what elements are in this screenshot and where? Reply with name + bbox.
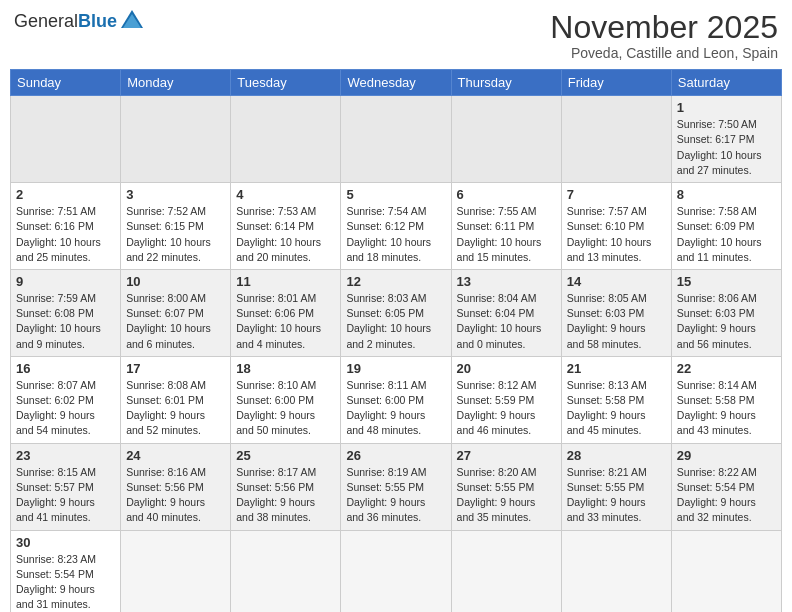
calendar-cell: 27Sunrise: 8:20 AM Sunset: 5:55 PM Dayli… bbox=[451, 443, 561, 530]
calendar-cell: 8Sunrise: 7:58 AM Sunset: 6:09 PM Daylig… bbox=[671, 183, 781, 270]
day-number: 4 bbox=[236, 187, 335, 202]
day-info: Sunrise: 8:17 AM Sunset: 5:56 PM Dayligh… bbox=[236, 465, 335, 526]
day-info: Sunrise: 8:05 AM Sunset: 6:03 PM Dayligh… bbox=[567, 291, 666, 352]
calendar: SundayMondayTuesdayWednesdayThursdayFrid… bbox=[10, 69, 782, 612]
calendar-cell bbox=[341, 96, 451, 183]
day-number: 22 bbox=[677, 361, 776, 376]
weekday-header-monday: Monday bbox=[121, 70, 231, 96]
calendar-week-row: 16Sunrise: 8:07 AM Sunset: 6:02 PM Dayli… bbox=[11, 356, 782, 443]
calendar-cell: 28Sunrise: 8:21 AM Sunset: 5:55 PM Dayli… bbox=[561, 443, 671, 530]
calendar-cell bbox=[451, 96, 561, 183]
calendar-cell bbox=[341, 530, 451, 612]
day-number: 27 bbox=[457, 448, 556, 463]
weekday-header-friday: Friday bbox=[561, 70, 671, 96]
calendar-cell: 22Sunrise: 8:14 AM Sunset: 5:58 PM Dayli… bbox=[671, 356, 781, 443]
day-number: 3 bbox=[126, 187, 225, 202]
calendar-cell: 7Sunrise: 7:57 AM Sunset: 6:10 PM Daylig… bbox=[561, 183, 671, 270]
weekday-header-tuesday: Tuesday bbox=[231, 70, 341, 96]
logo-blue: Blue bbox=[78, 11, 117, 32]
calendar-cell: 29Sunrise: 8:22 AM Sunset: 5:54 PM Dayli… bbox=[671, 443, 781, 530]
day-number: 5 bbox=[346, 187, 445, 202]
day-number: 29 bbox=[677, 448, 776, 463]
day-number: 13 bbox=[457, 274, 556, 289]
day-info: Sunrise: 7:54 AM Sunset: 6:12 PM Dayligh… bbox=[346, 204, 445, 265]
logo-icon bbox=[121, 10, 143, 33]
day-number: 11 bbox=[236, 274, 335, 289]
day-info: Sunrise: 8:22 AM Sunset: 5:54 PM Dayligh… bbox=[677, 465, 776, 526]
day-info: Sunrise: 8:20 AM Sunset: 5:55 PM Dayligh… bbox=[457, 465, 556, 526]
calendar-cell bbox=[451, 530, 561, 612]
calendar-cell: 17Sunrise: 8:08 AM Sunset: 6:01 PM Dayli… bbox=[121, 356, 231, 443]
calendar-cell bbox=[671, 530, 781, 612]
day-info: Sunrise: 8:12 AM Sunset: 5:59 PM Dayligh… bbox=[457, 378, 556, 439]
day-info: Sunrise: 7:51 AM Sunset: 6:16 PM Dayligh… bbox=[16, 204, 115, 265]
day-info: Sunrise: 8:13 AM Sunset: 5:58 PM Dayligh… bbox=[567, 378, 666, 439]
day-number: 15 bbox=[677, 274, 776, 289]
calendar-cell: 9Sunrise: 7:59 AM Sunset: 6:08 PM Daylig… bbox=[11, 269, 121, 356]
calendar-cell: 11Sunrise: 8:01 AM Sunset: 6:06 PM Dayli… bbox=[231, 269, 341, 356]
calendar-cell: 19Sunrise: 8:11 AM Sunset: 6:00 PM Dayli… bbox=[341, 356, 451, 443]
day-info: Sunrise: 8:08 AM Sunset: 6:01 PM Dayligh… bbox=[126, 378, 225, 439]
day-info: Sunrise: 8:16 AM Sunset: 5:56 PM Dayligh… bbox=[126, 465, 225, 526]
weekday-header-sunday: Sunday bbox=[11, 70, 121, 96]
day-info: Sunrise: 7:57 AM Sunset: 6:10 PM Dayligh… bbox=[567, 204, 666, 265]
day-number: 23 bbox=[16, 448, 115, 463]
subtitle: Poveda, Castille and Leon, Spain bbox=[550, 45, 778, 61]
day-number: 24 bbox=[126, 448, 225, 463]
month-title: November 2025 bbox=[550, 10, 778, 45]
calendar-week-row: 30Sunrise: 8:23 AM Sunset: 5:54 PM Dayli… bbox=[11, 530, 782, 612]
weekday-header-row: SundayMondayTuesdayWednesdayThursdayFrid… bbox=[11, 70, 782, 96]
calendar-cell bbox=[121, 96, 231, 183]
day-number: 8 bbox=[677, 187, 776, 202]
day-info: Sunrise: 7:53 AM Sunset: 6:14 PM Dayligh… bbox=[236, 204, 335, 265]
calendar-week-row: 23Sunrise: 8:15 AM Sunset: 5:57 PM Dayli… bbox=[11, 443, 782, 530]
logo-area: General Blue bbox=[14, 10, 143, 33]
day-number: 20 bbox=[457, 361, 556, 376]
day-number: 19 bbox=[346, 361, 445, 376]
day-number: 9 bbox=[16, 274, 115, 289]
calendar-cell: 13Sunrise: 8:04 AM Sunset: 6:04 PM Dayli… bbox=[451, 269, 561, 356]
day-info: Sunrise: 8:03 AM Sunset: 6:05 PM Dayligh… bbox=[346, 291, 445, 352]
calendar-cell: 12Sunrise: 8:03 AM Sunset: 6:05 PM Dayli… bbox=[341, 269, 451, 356]
day-number: 7 bbox=[567, 187, 666, 202]
day-info: Sunrise: 8:01 AM Sunset: 6:06 PM Dayligh… bbox=[236, 291, 335, 352]
day-info: Sunrise: 8:04 AM Sunset: 6:04 PM Dayligh… bbox=[457, 291, 556, 352]
day-number: 12 bbox=[346, 274, 445, 289]
weekday-header-thursday: Thursday bbox=[451, 70, 561, 96]
calendar-cell: 2Sunrise: 7:51 AM Sunset: 6:16 PM Daylig… bbox=[11, 183, 121, 270]
calendar-cell: 10Sunrise: 8:00 AM Sunset: 6:07 PM Dayli… bbox=[121, 269, 231, 356]
day-number: 2 bbox=[16, 187, 115, 202]
day-info: Sunrise: 7:50 AM Sunset: 6:17 PM Dayligh… bbox=[677, 117, 776, 178]
day-info: Sunrise: 8:14 AM Sunset: 5:58 PM Dayligh… bbox=[677, 378, 776, 439]
calendar-week-row: 9Sunrise: 7:59 AM Sunset: 6:08 PM Daylig… bbox=[11, 269, 782, 356]
calendar-cell: 21Sunrise: 8:13 AM Sunset: 5:58 PM Dayli… bbox=[561, 356, 671, 443]
calendar-cell: 25Sunrise: 8:17 AM Sunset: 5:56 PM Dayli… bbox=[231, 443, 341, 530]
weekday-header-saturday: Saturday bbox=[671, 70, 781, 96]
logo-general: General bbox=[14, 11, 78, 32]
day-info: Sunrise: 7:59 AM Sunset: 6:08 PM Dayligh… bbox=[16, 291, 115, 352]
calendar-cell: 30Sunrise: 8:23 AM Sunset: 5:54 PM Dayli… bbox=[11, 530, 121, 612]
day-info: Sunrise: 8:15 AM Sunset: 5:57 PM Dayligh… bbox=[16, 465, 115, 526]
calendar-cell: 5Sunrise: 7:54 AM Sunset: 6:12 PM Daylig… bbox=[341, 183, 451, 270]
calendar-cell: 24Sunrise: 8:16 AM Sunset: 5:56 PM Dayli… bbox=[121, 443, 231, 530]
day-info: Sunrise: 8:11 AM Sunset: 6:00 PM Dayligh… bbox=[346, 378, 445, 439]
calendar-cell: 20Sunrise: 8:12 AM Sunset: 5:59 PM Dayli… bbox=[451, 356, 561, 443]
calendar-cell bbox=[561, 530, 671, 612]
calendar-cell bbox=[121, 530, 231, 612]
calendar-week-row: 1Sunrise: 7:50 AM Sunset: 6:17 PM Daylig… bbox=[11, 96, 782, 183]
day-number: 28 bbox=[567, 448, 666, 463]
day-info: Sunrise: 8:23 AM Sunset: 5:54 PM Dayligh… bbox=[16, 552, 115, 612]
day-number: 6 bbox=[457, 187, 556, 202]
day-info: Sunrise: 7:55 AM Sunset: 6:11 PM Dayligh… bbox=[457, 204, 556, 265]
day-number: 16 bbox=[16, 361, 115, 376]
day-number: 21 bbox=[567, 361, 666, 376]
title-area: November 2025 Poveda, Castille and Leon,… bbox=[550, 10, 778, 61]
day-info: Sunrise: 8:07 AM Sunset: 6:02 PM Dayligh… bbox=[16, 378, 115, 439]
calendar-cell: 18Sunrise: 8:10 AM Sunset: 6:00 PM Dayli… bbox=[231, 356, 341, 443]
day-info: Sunrise: 8:06 AM Sunset: 6:03 PM Dayligh… bbox=[677, 291, 776, 352]
day-number: 25 bbox=[236, 448, 335, 463]
calendar-cell bbox=[561, 96, 671, 183]
day-info: Sunrise: 8:21 AM Sunset: 5:55 PM Dayligh… bbox=[567, 465, 666, 526]
calendar-cell: 3Sunrise: 7:52 AM Sunset: 6:15 PM Daylig… bbox=[121, 183, 231, 270]
calendar-cell bbox=[231, 96, 341, 183]
